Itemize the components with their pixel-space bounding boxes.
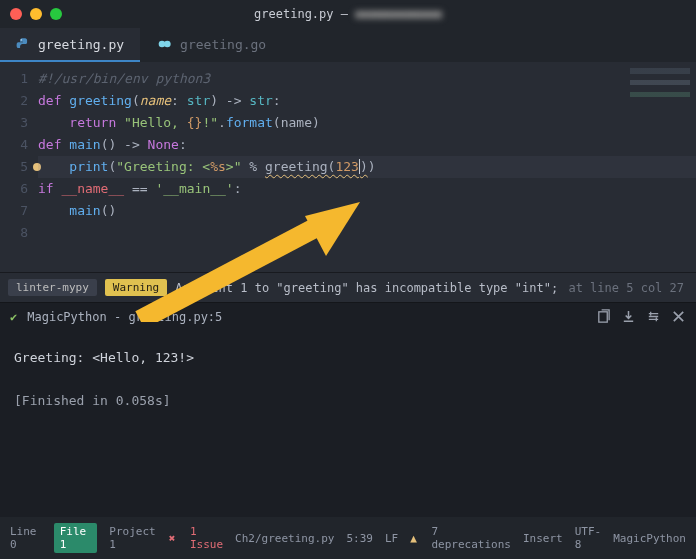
output-line: Greeting: <Hello, 123!>: [14, 350, 682, 365]
code-line[interactable]: #!/usr/bin/env python3: [38, 68, 696, 90]
svg-point-0: [21, 39, 22, 40]
status-eol[interactable]: LF: [385, 532, 398, 545]
tab-greeting-go[interactable]: greeting.go: [140, 28, 282, 62]
script-status-text: MagicPython - greeting.py:5: [27, 310, 222, 324]
tab-bar: greeting.py greeting.go: [0, 28, 696, 62]
tab-greeting-py[interactable]: greeting.py: [0, 28, 140, 62]
output-finished: [Finished in 0.058s]: [14, 393, 682, 408]
status-issues[interactable]: ✖ 1 Issue: [169, 525, 223, 551]
lint-panel: linter-mypy Warning Argument 1 to "greet…: [0, 272, 696, 302]
lint-location: at line 5 col 27: [568, 281, 688, 295]
minimap[interactable]: [630, 68, 690, 128]
code-line[interactable]: def main() -> None:: [38, 134, 696, 156]
line-gutter: 12345678: [0, 62, 38, 272]
status-line[interactable]: Line 0: [10, 525, 42, 551]
code-line[interactable]: def greeting(name: str) -> str:: [38, 90, 696, 112]
code-line[interactable]: print("Greeting: <%s>" % greeting(123)): [38, 156, 696, 178]
status-bar: Line 0 File 1 Project 1 ✖ 1 Issue Ch2/gr…: [0, 517, 696, 559]
code-area[interactable]: #!/usr/bin/env python3def greeting(name:…: [38, 62, 696, 272]
status-file-badge[interactable]: File 1: [54, 523, 98, 553]
svg-point-2: [164, 41, 171, 48]
svg-rect-4: [599, 312, 607, 322]
status-project[interactable]: Project 1: [109, 525, 156, 551]
tab-label: greeting.go: [180, 37, 266, 52]
editor-pane[interactable]: 12345678 #!/usr/bin/env python3def greet…: [0, 62, 696, 272]
code-line[interactable]: main(): [38, 200, 696, 222]
close-icon[interactable]: [671, 309, 686, 324]
window-title: greeting.py — ■■■■■■■■■■■■: [0, 7, 696, 21]
warning-icon: ▲: [410, 532, 417, 545]
script-status-bar: ✔ MagicPython - greeting.py:5: [0, 302, 696, 330]
code-line[interactable]: return "Hello, {}!".format(name): [38, 112, 696, 134]
download-icon[interactable]: [621, 309, 636, 324]
code-line[interactable]: if __name__ == '__main__':: [38, 178, 696, 200]
copy-icon[interactable]: [596, 309, 611, 324]
status-mode[interactable]: Insert: [523, 532, 563, 545]
tab-label: greeting.py: [38, 37, 124, 52]
lint-severity-chip[interactable]: Warning: [105, 279, 167, 296]
python-icon: [16, 37, 30, 51]
status-path[interactable]: Ch2/greeting.py: [235, 532, 334, 545]
lint-source-chip[interactable]: linter-mypy: [8, 279, 97, 296]
lint-message: Argument 1 to "greeting" has incompatibl…: [175, 281, 560, 295]
output-panel[interactable]: Greeting: <Hello, 123!> [Finished in 0.0…: [0, 330, 696, 517]
status-encoding[interactable]: UTF-8: [575, 525, 602, 551]
status-deprecations[interactable]: ▲ 7 deprecations: [410, 525, 511, 551]
titlebar: greeting.py — ■■■■■■■■■■■■: [0, 0, 696, 28]
status-grammar[interactable]: MagicPython: [613, 532, 686, 545]
go-icon: [156, 37, 172, 51]
settings-icon[interactable]: [646, 309, 661, 324]
status-cursor-pos[interactable]: 5:39: [346, 532, 373, 545]
check-icon: ✔: [10, 310, 17, 324]
issue-x-icon: ✖: [169, 532, 176, 545]
